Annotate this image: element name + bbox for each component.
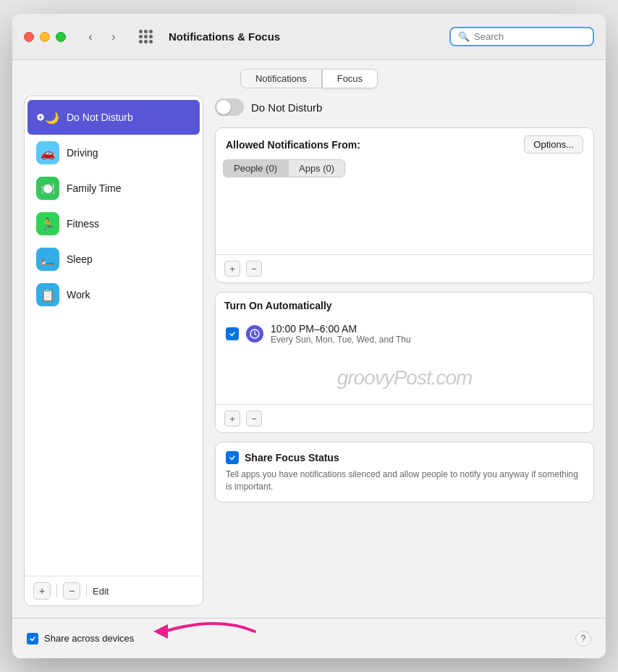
toggle-label: Do Not Disturb: [251, 101, 322, 114]
tab-notifications[interactable]: Notifications: [240, 69, 322, 88]
auto-text: 10:00 PM–6:00 AM Every Sun, Mon, Tue, We…: [271, 323, 411, 345]
add-notification-button[interactable]: +: [224, 261, 240, 277]
fitness-label: Fitness: [67, 218, 99, 230]
fitness-icon: 🏃: [36, 212, 59, 235]
work-label: Work: [67, 289, 90, 301]
sleep-icon: 🛏️: [36, 248, 59, 271]
auto-schedule-item: 10:00 PM–6:00 AM Every Sun, Mon, Tue, We…: [216, 316, 593, 352]
remove-focus-button[interactable]: −: [63, 582, 80, 600]
remove-notification-button[interactable]: −: [246, 261, 262, 277]
tab-bar: Notifications Focus: [12, 60, 606, 96]
family-time-label: Family Time: [67, 182, 121, 194]
auto-section-footer: + −: [216, 404, 593, 432]
footer-divider-2: [86, 584, 87, 597]
auto-days: Every Sun, Mon, Tue, Wed, and Thu: [271, 335, 411, 345]
sleep-label: Sleep: [67, 253, 93, 265]
driving-label: Driving: [67, 147, 98, 159]
allowed-title: Allowed Notifications From:: [226, 139, 360, 151]
notification-tabs-row: People (0) Apps (0): [216, 159, 593, 182]
tab-focus[interactable]: Focus: [322, 69, 378, 88]
minimize-button[interactable]: [40, 32, 50, 42]
search-input[interactable]: [474, 31, 585, 42]
help-button[interactable]: ?: [575, 631, 591, 647]
share-focus-row: Share Focus Status: [226, 451, 583, 464]
title-bar: ‹ › Notifications & Focus 🔍: [12, 14, 606, 60]
dnd-toggle[interactable]: [215, 98, 244, 116]
sidebar-item-family-time[interactable]: 🍽️ Family Time: [27, 171, 200, 206]
sidebar-item-do-not-disturb[interactable]: 🌙 Do Not Disturb: [27, 100, 200, 135]
allowed-section-footer: + −: [216, 254, 593, 282]
allowed-notifications-box: Allowed Notifications From: Options... P…: [215, 127, 594, 283]
watermark: groovyPost.com: [216, 352, 593, 404]
sidebar-footer: + − Edit: [25, 576, 203, 605]
footer-divider: [56, 584, 57, 597]
edit-button[interactable]: Edit: [93, 586, 109, 597]
arrow-overlay: [143, 613, 258, 652]
people-tab[interactable]: People (0): [223, 159, 288, 177]
auto-section-box: Turn On Automatically 10:00: [215, 292, 594, 433]
family-icon: 🍽️: [36, 177, 59, 200]
add-schedule-button[interactable]: +: [224, 411, 240, 427]
sidebar-item-sleep[interactable]: 🛏️ Sleep: [27, 242, 200, 277]
auto-title: Turn On Automatically: [216, 293, 593, 316]
forward-button[interactable]: ›: [103, 27, 124, 47]
sidebar-item-work[interactable]: 📋 Work: [27, 277, 200, 312]
work-icon: 📋: [36, 283, 59, 306]
share-devices-label: Share across devices: [44, 633, 134, 644]
search-icon: 🔍: [458, 31, 470, 42]
close-button[interactable]: [24, 32, 34, 42]
toggle-row: Do Not Disturb: [215, 96, 594, 119]
add-focus-button[interactable]: +: [33, 582, 51, 600]
clock-icon: [246, 325, 263, 343]
sidebar: 🌙 Do Not Disturb 🚗 Driving 🍽️ Family Tim…: [24, 96, 203, 606]
remove-schedule-button[interactable]: −: [246, 411, 262, 427]
share-devices-row: Share across devices: [27, 633, 134, 644]
auto-checkbox[interactable]: [226, 327, 239, 340]
grid-icon[interactable]: [135, 27, 156, 47]
sidebar-item-fitness[interactable]: 🏃 Fitness: [27, 206, 200, 241]
nav-buttons: ‹ ›: [80, 27, 124, 47]
options-button[interactable]: Options...: [524, 135, 583, 154]
maximize-button[interactable]: [56, 32, 66, 42]
sidebar-items: 🌙 Do Not Disturb 🚗 Driving 🍽️ Family Tim…: [25, 96, 203, 576]
main-content: 🌙 Do Not Disturb 🚗 Driving 🍽️ Family Tim…: [12, 96, 606, 618]
auto-time: 10:00 PM–6:00 AM: [271, 323, 411, 335]
share-focus-title: Share Focus Status: [245, 452, 339, 463]
driving-icon: 🚗: [36, 141, 59, 164]
share-devices-checkbox[interactable]: [27, 633, 38, 644]
dnd-icon: 🌙: [36, 106, 59, 129]
back-button[interactable]: ‹: [80, 27, 101, 47]
sidebar-item-driving[interactable]: 🚗 Driving: [27, 135, 200, 170]
search-bar[interactable]: 🔍: [449, 27, 594, 46]
apps-tab[interactable]: Apps (0): [288, 159, 345, 177]
share-focus-desc: Tell apps you have notifications silence…: [226, 469, 583, 493]
empty-list-area: [216, 182, 593, 254]
traffic-lights: [24, 32, 66, 42]
window-title: Notifications & Focus: [169, 30, 441, 43]
share-focus-box: Share Focus Status Tell apps you have no…: [215, 442, 594, 503]
bottom-bar: Share across devices ?: [12, 618, 606, 658]
allowed-header: Allowed Notifications From: Options...: [216, 128, 593, 159]
main-window: ‹ › Notifications & Focus 🔍 Notification…: [12, 14, 606, 658]
dnd-label: Do Not Disturb: [67, 112, 133, 123]
share-focus-checkbox[interactable]: [226, 451, 239, 464]
right-panel: Do Not Disturb Allowed Notifications Fro…: [215, 96, 594, 606]
